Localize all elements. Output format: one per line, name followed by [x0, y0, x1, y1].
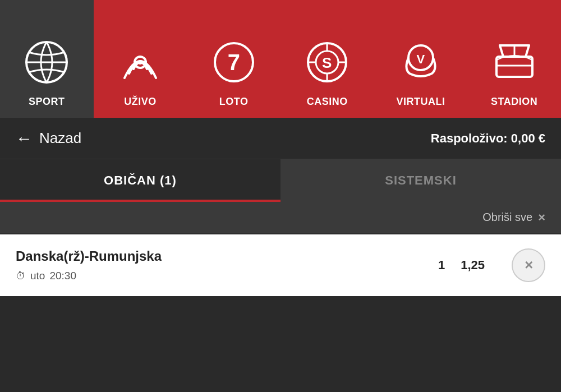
bet-outcome: 1: [438, 258, 445, 273]
nav-item-uzivo[interactable]: UŽIVO: [94, 0, 187, 118]
nav-item-sport-label: SPORT: [29, 96, 65, 108]
nav-item-loto[interactable]: 7 LOTO: [187, 0, 280, 118]
svg-rect-14: [496, 57, 532, 77]
nav-item-stadion-label: STADION: [491, 96, 537, 108]
delete-all-label: Obriši sve: [482, 211, 532, 224]
clock-icon: ⏱: [16, 270, 26, 282]
balance-display: Raspoloživo: 0,00 €: [431, 131, 545, 146]
uzivo-icon: [118, 34, 163, 90]
loto-icon: 7: [211, 34, 256, 90]
nav-item-virtuali[interactable]: V VIRTUALI: [374, 0, 468, 118]
bet-time-row: ⏱ uto 20:30: [16, 270, 438, 282]
svg-text:7: 7: [227, 50, 240, 75]
action-bar: Obriši sve ×: [0, 202, 561, 233]
balance-value: 0,00 €: [511, 131, 545, 145]
tab-obican-label: OBIČAN (1): [104, 173, 177, 188]
sport-icon: [24, 34, 69, 90]
tab-sistemski-label: SISTEMSKI: [385, 173, 457, 188]
back-button[interactable]: ← Nazad: [16, 130, 81, 147]
bet-info: Danska(rž)-Rumunjska ⏱ uto 20:30: [16, 248, 438, 282]
virtuali-icon: V: [398, 34, 443, 90]
bet-day: uto: [30, 270, 45, 282]
nav-item-casino[interactable]: S CASINO: [280, 0, 374, 118]
bet-odds-section: 1 1,25 ✕: [438, 248, 545, 282]
back-label: Nazad: [39, 130, 81, 147]
svg-text:V: V: [416, 52, 425, 66]
top-navigation: SPORT UŽIVO 7 LOTO: [0, 0, 561, 118]
delete-all-button[interactable]: Obriši sve ×: [482, 210, 545, 225]
nav-item-uzivo-label: UŽIVO: [124, 96, 157, 108]
stadion-icon: [492, 34, 537, 90]
remove-bet-button[interactable]: ✕: [512, 248, 545, 282]
tab-sistemski[interactable]: SISTEMSKI: [280, 159, 561, 202]
svg-text:S: S: [322, 54, 332, 71]
bet-slip-item: Danska(rž)-Rumunjska ⏱ uto 20:30 1 1,25 …: [0, 234, 561, 296]
balance-label: Raspoloživo:: [431, 131, 508, 145]
bet-time-value: 20:30: [49, 270, 76, 282]
back-arrow-icon: ←: [16, 130, 33, 147]
nav-item-stadion[interactable]: STADION: [467, 0, 561, 118]
delete-all-icon: ×: [538, 210, 545, 225]
bet-slip-tabs: OBIČAN (1) SISTEMSKI: [0, 159, 561, 202]
header-bar: ← Nazad Raspoloživo: 0,00 €: [0, 118, 561, 159]
nav-item-sport[interactable]: SPORT: [0, 0, 94, 118]
tab-obican[interactable]: OBIČAN (1): [0, 159, 280, 202]
nav-item-virtuali-label: VIRTUALI: [397, 96, 445, 108]
bet-match-title: Danska(rž)-Rumunjska: [16, 248, 438, 264]
casino-icon: S: [305, 34, 350, 90]
nav-item-casino-label: CASINO: [307, 96, 348, 108]
bet-odds: 1,25: [461, 258, 485, 273]
nav-item-loto-label: LOTO: [219, 96, 249, 108]
svg-line-16: [526, 45, 529, 57]
svg-line-15: [500, 45, 503, 57]
